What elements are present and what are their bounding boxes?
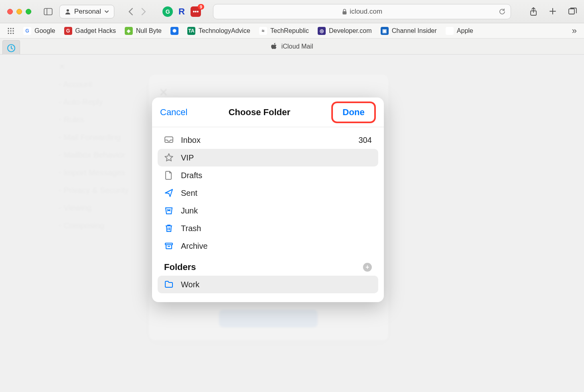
svg-point-10 [10,30,11,31]
person-icon [65,8,71,15]
bookmarks-overflow[interactable]: » [572,26,577,36]
cancel-button[interactable]: Cancel [160,107,187,118]
nav-arrows [128,8,146,16]
bookmarks-bar: GGoogleGGadget Hacks◈Null Byte✺TATechnol… [0,23,584,39]
browser-actions [529,7,577,16]
user-folder-row[interactable]: Work [158,276,378,293]
new-tab-button[interactable] [549,7,557,16]
svg-point-6 [8,28,9,29]
folders-section-title: Folders [164,262,196,272]
doc-icon [164,171,174,180]
share-button[interactable] [529,7,537,16]
active-pinned-tab[interactable] [2,40,20,56]
trash-icon [164,223,174,233]
browser-toolbar: Personal G R ••• 9 icloud.com [0,0,584,23]
bookmark-item[interactable]: Apple [446,27,473,35]
address-bar[interactable]: icloud.com [213,4,511,19]
bookmark-item[interactable]: ◈Null Byte [125,27,162,35]
tabs-overview-button[interactable] [568,7,577,16]
folder-label: Sent [181,189,197,198]
extension-badge: 9 [198,4,204,10]
folder-count: 304 [359,136,372,145]
folder-row-vip[interactable]: VIP [158,149,378,167]
bookmark-favicon: G [23,27,31,35]
folder-row-archive[interactable]: Archive [158,237,378,255]
bookmark-label: Channel Insider [392,27,437,35]
folder-row-drafts[interactable]: Drafts [158,167,378,184]
svg-point-11 [12,30,14,31]
clockify-icon [7,44,16,53]
archive-icon [164,241,174,251]
window-close-button[interactable] [7,9,13,14]
apple-logo-icon [271,43,277,50]
window-minimize-button[interactable] [16,9,22,14]
svg-rect-17 [165,243,172,245]
modal-header: Cancel Choose Folder Done [152,97,384,127]
star-icon [164,153,174,162]
window-zoom-button[interactable] [26,9,31,14]
junk-icon [164,206,174,215]
folder-label: Inbox [181,136,201,145]
bookmark-label: Null Byte [136,27,162,35]
done-button[interactable]: Done [337,105,370,120]
forward-button[interactable] [141,8,146,16]
reload-button[interactable] [499,8,506,15]
traffic-lights [7,9,31,14]
svg-rect-5 [569,9,574,14]
profile-selector[interactable]: Personal [59,5,114,18]
bookmark-item[interactable]: ✺ [170,27,178,35]
svg-point-12 [8,32,9,34]
modal-body: Inbox304VIPDraftsSentJunkTrashArchive Fo… [152,127,384,302]
tab-strip: iCloud Mail [0,39,584,55]
modal-title: Choose Folder [229,107,290,118]
extension-icons: G R ••• 9 [162,6,201,17]
folder-icon [164,280,174,289]
sidebar-toggle-button[interactable] [43,8,53,16]
bookmark-item[interactable]: ▣Channel Insider [381,27,437,35]
bookmark-favicon: ▣ [381,27,389,35]
apps-grid-icon[interactable] [7,27,14,35]
svg-point-14 [12,32,14,34]
svg-point-8 [12,28,14,29]
bookmark-favicon: ◎ [318,27,326,35]
bookmark-favicon: ✺ [170,27,178,35]
folder-label: Archive [181,242,208,251]
svg-rect-3 [343,11,347,14]
bookmark-item[interactable]: TATechnologyAdvice [187,27,250,35]
extension-icon-r[interactable]: R [178,6,185,17]
svg-point-9 [8,30,9,31]
folder-label: VIP [181,153,194,162]
folder-label: Drafts [181,171,202,180]
grammarly-extension-icon[interactable]: G [162,6,173,17]
inbox-icon [164,135,174,145]
bookmark-label: Gadget Hacks [75,27,116,35]
tab-title: iCloud Mail [281,43,313,50]
bookmark-favicon: TA [187,27,195,35]
back-button[interactable] [128,8,134,16]
bookmark-item[interactable]: ◎Developer.com [318,27,372,35]
add-folder-button[interactable]: + [363,263,372,272]
bookmark-item[interactable]: GGadget Hacks [64,27,116,35]
bookmark-label: TechRepublic [270,27,309,35]
bookmark-favicon: G [64,27,72,35]
bookmark-item[interactable]: ≈TechRepublic [259,27,309,35]
bookmark-favicon: ◈ [125,27,133,35]
send-icon [164,188,174,198]
svg-rect-0 [44,8,52,15]
bookmark-item[interactable]: GGoogle [23,27,55,35]
svg-point-2 [67,9,69,12]
lock-icon [342,8,347,15]
svg-point-7 [10,28,11,29]
folder-row-junk[interactable]: Junk [158,202,378,219]
chevron-down-icon [104,9,109,14]
bookmark-favicon: ≈ [259,27,267,35]
folder-row-trash[interactable]: Trash [158,219,378,237]
bookmark-label: Developer.com [329,27,372,35]
address-domain: icloud.com [350,8,382,16]
profile-label: Personal [74,8,101,16]
bookmark-favicon [446,27,454,35]
extension-icon-lastpass[interactable]: ••• 9 [191,6,201,17]
folder-row-inbox[interactable]: Inbox304 [158,131,378,149]
folder-row-sent[interactable]: Sent [158,184,378,202]
folder-label: Work [181,280,199,289]
